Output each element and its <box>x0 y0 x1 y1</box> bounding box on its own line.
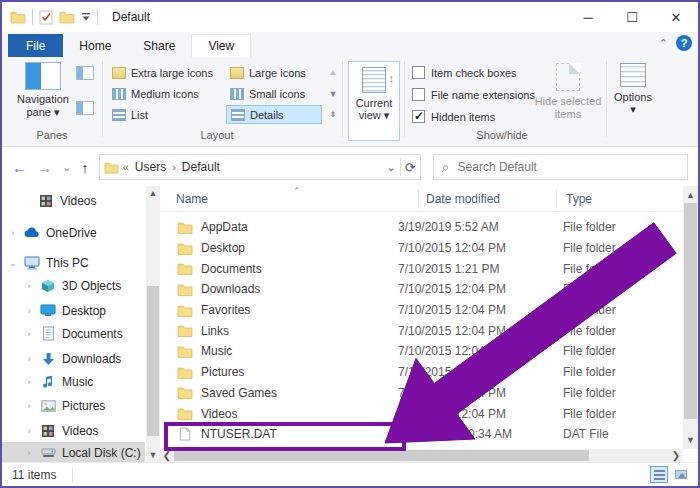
file-row-appdata[interactable]: AppData3/19/2019 5:52 AMFile folder <box>160 217 683 238</box>
hide-selected-items-button[interactable]: Hide selected items <box>532 63 604 121</box>
file-row-music[interactable]: Music7/10/2015 12:04 PMFile folder <box>160 341 683 362</box>
scroll-down-icon[interactable]: ▼ <box>683 433 698 447</box>
horizontal-scrollbar-thumb[interactable] <box>174 450 589 461</box>
expand-chevron-icon[interactable]: › <box>8 228 18 238</box>
options-button[interactable]: Options ▾ <box>608 63 658 116</box>
expand-chevron-icon[interactable]: › <box>24 426 34 436</box>
properties-icon[interactable] <box>39 10 53 25</box>
sidebar-item-local-disk-c[interactable]: › Local Disk (C:) <box>2 442 145 462</box>
hidden-items-checkbox[interactable]: Hidden items <box>412 110 495 123</box>
maximize-button[interactable]: ☐ <box>610 2 654 32</box>
preview-pane-icon[interactable] <box>76 66 94 80</box>
sidebar-item-onedrive[interactable]: › OneDrive <box>2 222 145 243</box>
file-row-ntuser-dat[interactable]: NTUSER.DAT12/30/2019 10:34 AMDAT File <box>160 424 683 445</box>
sidebar-scrollbar[interactable]: ▲ ▼ <box>146 186 160 462</box>
close-button[interactable]: ✕ <box>654 2 698 32</box>
tab-home[interactable]: Home <box>63 34 127 57</box>
vertical-scrollbar-thumb[interactable] <box>684 203 697 419</box>
minimize-button[interactable]: ─ <box>566 2 610 32</box>
scroll-up-icon[interactable]: ▲ <box>146 186 160 200</box>
expand-chevron-icon[interactable]: › <box>24 448 34 458</box>
expand-chevron-icon[interactable]: › <box>24 281 34 291</box>
search-input[interactable]: ⌕ Search Default <box>433 154 688 180</box>
address-dropdown-icon[interactable]: ⌄ <box>387 161 396 174</box>
dropdown-icon: ▾ <box>608 103 658 116</box>
view-details[interactable]: Details <box>226 105 322 124</box>
view-list[interactable]: List <box>108 105 152 124</box>
forward-icon[interactable]: → <box>37 159 52 176</box>
file-row-favorites[interactable]: Favorites7/10/2015 12:04 PMFile folder <box>160 300 683 321</box>
column-header-type[interactable]: Type <box>566 192 592 206</box>
layout-scroll-down-icon[interactable]: ▼ <box>326 89 340 99</box>
sidebar-item-documents[interactable]: › Documents <box>2 323 145 344</box>
item-check-boxes-checkbox[interactable]: Item check boxes <box>412 66 517 79</box>
scroll-up-icon[interactable]: ▲ <box>683 188 698 202</box>
column-header-name[interactable]: Name <box>176 192 208 206</box>
sidebar-item-desktop[interactable]: › Desktop <box>2 300 145 321</box>
collapse-chevron-icon[interactable]: ⌄ <box>8 258 18 268</box>
sidebar-item-this-pc[interactable]: ⌄ This PC <box>2 252 145 273</box>
search-icon: ⌕ <box>442 159 450 176</box>
file-row-videos[interactable]: Videos7/10/2015 12:04 PMFile folder <box>160 403 683 424</box>
tab-file[interactable]: File <box>8 34 63 57</box>
file-list-vertical-scrollbar[interactable]: ▲ ▼ <box>683 186 698 449</box>
expand-chevron-icon[interactable]: › <box>24 329 34 339</box>
sidebar-item-music[interactable]: › Music <box>2 371 145 392</box>
customize-qat-icon[interactable] <box>81 12 91 22</box>
hide-selected-items-icon <box>556 63 580 91</box>
file-row-saved-games[interactable]: Saved Games7/10/2015 12:04 PMFile folder <box>160 383 683 404</box>
file-row-downloads[interactable]: Downloads7/10/2015 12:04 PMFile folder <box>160 279 683 300</box>
view-extra-large-icons[interactable]: Extra large icons <box>108 63 217 82</box>
sidebar-scrollbar-thumb[interactable] <box>147 286 159 436</box>
ribbon-divider <box>404 61 405 137</box>
navigation-pane-button[interactable]: Navigation pane ▾ <box>16 62 70 119</box>
layout-expand-icon[interactable]: ⇟ <box>326 109 340 119</box>
view-large-icons[interactable]: Large icons <box>226 63 310 82</box>
scroll-down-icon[interactable]: ▼ <box>146 448 160 462</box>
file-name-extensions-checkbox[interactable]: File name extensions <box>412 88 535 101</box>
details-pane-icon[interactable] <box>76 101 94 115</box>
help-icon[interactable]: ? <box>676 35 692 51</box>
scroll-left-icon[interactable]: ❮ <box>160 449 174 462</box>
scroll-right-icon[interactable]: ❯ <box>669 449 683 462</box>
expand-chevron-icon[interactable]: › <box>24 306 34 316</box>
new-folder-icon[interactable] <box>59 10 75 24</box>
titlebar-divider <box>32 9 33 25</box>
current-view-button[interactable]: Current view ▾ <box>348 61 400 141</box>
expand-chevron-icon[interactable]: › <box>24 377 34 387</box>
column-header-date[interactable]: Date modified <box>426 192 500 206</box>
file-row-desktop[interactable]: Desktop7/10/2015 12:04 PMFile folder <box>160 238 683 259</box>
refresh-icon[interactable]: ⟳ <box>405 160 416 175</box>
up-icon[interactable]: ↑ <box>81 159 89 176</box>
tab-view[interactable]: View <box>191 34 251 57</box>
sidebar-item-3d-objects[interactable]: › 3D Objects <box>2 275 145 296</box>
sidebar-item-pictures[interactable]: › Pictures <box>2 395 145 416</box>
expand-chevron-icon[interactable]: › <box>24 401 34 411</box>
address-breadcrumb[interactable]: « Users › Default ⌄ ⟳ <box>99 154 421 180</box>
sidebar-item-downloads[interactable]: › Downloads <box>2 348 145 369</box>
navigation-pane: Videos › OneDrive ⌄ This PC › 3D Objects… <box>2 186 160 462</box>
thumbnail-view-toggle[interactable] <box>672 466 690 483</box>
ribbon-view: Navigation pane ▾ Panes Extra large icon… <box>2 57 698 147</box>
ribbon-tab-row: File Home Share View ⌃ ? <box>2 32 698 57</box>
view-small-icons[interactable]: Small icons <box>226 84 309 103</box>
sidebar-item-videos[interactable]: › Videos <box>2 420 145 441</box>
expand-chevron-icon[interactable]: › <box>24 354 34 364</box>
collapse-ribbon-icon[interactable]: ⌃ <box>659 37 668 50</box>
layout-scroll-up-icon[interactable]: ▲ <box>326 67 340 77</box>
view-medium-icons[interactable]: Medium icons <box>108 84 203 103</box>
back-icon[interactable]: ← <box>12 159 27 176</box>
breadcrumb-default[interactable]: Default <box>180 160 222 174</box>
file-row-links[interactable]: Links7/10/2015 12:04 PMFile folder <box>160 320 683 341</box>
file-list-horizontal-scrollbar[interactable]: ❮ ❯ <box>160 449 683 462</box>
recent-locations-icon[interactable]: ⌄ <box>62 161 71 174</box>
file-row-pictures[interactable]: Pictures7/10/2015 12:04 PMFile folder <box>160 362 683 383</box>
breadcrumb-overflow-icon[interactable]: « <box>123 161 129 173</box>
tab-share[interactable]: Share <box>127 34 191 57</box>
sidebar-item-videos-quickaccess[interactable]: Videos <box>2 190 145 211</box>
details-view-toggle[interactable] <box>650 466 668 483</box>
breadcrumb-users[interactable]: Users <box>133 160 168 174</box>
show-hide-group-label: Show/hide <box>447 129 557 141</box>
file-row-documents[interactable]: Documents7/10/2015 1:21 PMFile folder <box>160 258 683 279</box>
download-arrow-icon <box>40 351 56 367</box>
